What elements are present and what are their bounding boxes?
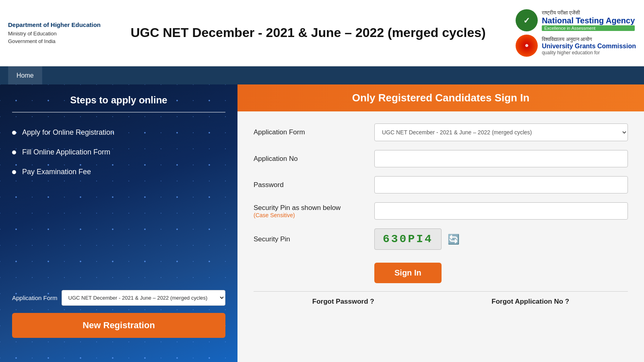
- ugc-tagline: quality higher education for: [542, 50, 636, 56]
- nta-text: राष्ट्रीय परीक्षा एजेंसी National Testin…: [542, 10, 635, 31]
- forgot-password-link[interactable]: Forgot Password ?: [312, 298, 374, 306]
- main-content: Steps to apply online Apply for Online R…: [0, 84, 644, 362]
- right-panel: Only Registered Candidates Sign In Appli…: [237, 84, 644, 362]
- application-form-row: Application Form UGC NET December - 2021…: [254, 123, 628, 141]
- application-no-input[interactable]: [374, 150, 628, 167]
- govt-name: Government of India: [8, 37, 101, 45]
- ugc-text: विश्वविद्यालय अनुदान आयोग University Gra…: [542, 36, 636, 56]
- captcha-area: 630PI4 🔄: [374, 228, 462, 250]
- left-form-row: Application Form UGC NET December - 2021…: [12, 290, 225, 306]
- logos: ✓ राष्ट्रीय परीक्षा एजेंसी National Test…: [516, 9, 636, 57]
- password-row: Password: [254, 176, 628, 193]
- dept-name: Department of Higher Education: [8, 21, 101, 30]
- step-bullet-3: [12, 170, 16, 174]
- page-title: UGC NET December - 2021 & June – 2022 (m…: [101, 25, 516, 41]
- nta-logo: ✓ राष्ट्रीय परीक्षा एजेंसी National Test…: [516, 9, 635, 31]
- header: Department of Higher Education Ministry …: [0, 0, 644, 66]
- nta-hindi: राष्ट्रीय परीक्षा एजेंसी: [542, 10, 635, 16]
- captcha-display: 630PI4: [374, 228, 442, 250]
- nav-home[interactable]: Home: [8, 66, 42, 84]
- step-text-1: Apply for Online Registration: [22, 128, 114, 137]
- nta-icon: ✓: [516, 9, 538, 31]
- left-form: Application Form UGC NET December - 2021…: [12, 290, 225, 338]
- application-no-row: Application No: [254, 150, 628, 167]
- step-text-3: Pay Examination Fee: [22, 168, 91, 176]
- nta-english: National Testing Agency: [542, 16, 635, 25]
- step-bullet-2: [12, 150, 16, 154]
- left-form-label: Application Form: [12, 294, 58, 301]
- forgot-row: Forgot Password ? Forgot Application No …: [254, 291, 628, 306]
- header-center: UGC NET December - 2021 & June – 2022 (m…: [101, 25, 516, 41]
- ministry-name: Ministry of Education: [8, 30, 101, 38]
- steps-divider: [12, 112, 225, 113]
- step-bullet-1: [12, 131, 16, 135]
- step-2: Fill Online Application Form: [0, 142, 237, 162]
- nta-tagline: Excellence in Assessment: [542, 25, 635, 31]
- password-input[interactable]: [374, 176, 628, 193]
- security-pin-input-row: Security Pin as shown below (Case Sensit…: [254, 202, 628, 220]
- refresh-captcha-button[interactable]: 🔄: [446, 231, 462, 247]
- password-label: Password: [254, 181, 366, 189]
- refresh-icon: 🔄: [448, 234, 460, 245]
- security-pin-display-row: Security Pin 630PI4 🔄: [254, 228, 628, 250]
- application-form-select[interactable]: UGC NET December - 2021 & June – 2022 (m…: [374, 123, 628, 141]
- left-panel: Steps to apply online Apply for Online R…: [0, 84, 237, 362]
- new-registration-button[interactable]: New Registration: [12, 313, 225, 338]
- step-1: Apply for Online Registration: [0, 123, 237, 142]
- ugc-icon: ☸: [516, 35, 538, 57]
- step-text-2: Fill Online Application Form: [22, 148, 110, 156]
- application-no-label: Application No: [254, 155, 366, 163]
- steps-title: Steps to apply online: [0, 84, 237, 112]
- signin-button[interactable]: Sign In: [374, 263, 442, 283]
- security-pin-label: Security Pin as shown below (Case Sensit…: [254, 204, 366, 218]
- ugc-hindi: विश्वविद्यालय अनुदान आयोग: [542, 36, 636, 43]
- ugc-logo: ☸ विश्वविद्यालय अनुदान आयोग University G…: [516, 35, 636, 57]
- forgot-application-link[interactable]: Forgot Application No ?: [491, 298, 569, 306]
- application-form-label: Application Form: [254, 128, 366, 136]
- signin-header: Only Registered Candidates Sign In: [237, 84, 644, 111]
- signin-form: Application Form UGC NET December - 2021…: [237, 111, 644, 318]
- ugc-english: University Grants Commission: [542, 43, 636, 50]
- security-pin-display-label: Security Pin: [254, 235, 366, 243]
- left-application-select[interactable]: UGC NET December - 2021 & June – 2022 (m…: [62, 290, 225, 306]
- navbar: Home: [0, 66, 644, 84]
- security-pin-input[interactable]: [374, 202, 628, 220]
- step-3: Pay Examination Fee: [0, 162, 237, 182]
- govt-info: Department of Higher Education Ministry …: [8, 21, 101, 45]
